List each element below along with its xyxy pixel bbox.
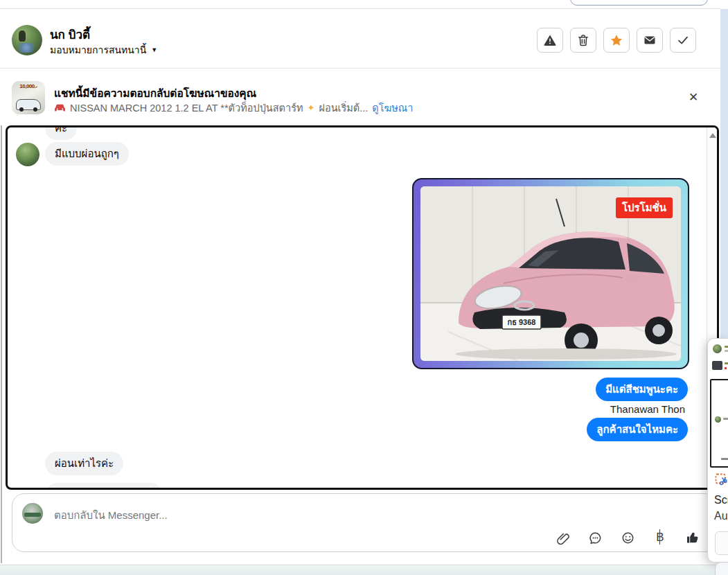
assign-conversation-label: มอบหมายการสนทนานี้ xyxy=(50,42,146,57)
payment-baht-icon[interactable]: B xyxy=(652,530,668,545)
sender-avatar[interactable] xyxy=(16,143,39,166)
outgoing-message: มีแต่สีชมพูนะคะ xyxy=(596,378,688,401)
chevron-down-icon: ▼ xyxy=(151,46,157,53)
reply-composer[interactable]: ตอบกลับใน Messenger... B xyxy=(12,493,716,552)
contact-name: นก บิวตี้ xyxy=(50,25,90,44)
preview-text-bar xyxy=(723,418,728,420)
license-plate: กธ 9368 xyxy=(508,318,536,326)
chat-message-area[interactable]: ค่ะ มีแบบผ่อนถูกๆ xyxy=(6,125,719,490)
preview-chat-box xyxy=(710,379,728,468)
check-icon xyxy=(676,33,690,47)
reply-input[interactable]: ตอบกลับใน Messenger... xyxy=(54,507,168,524)
envelope-icon xyxy=(643,33,657,47)
scroll-up-arrow-icon[interactable] xyxy=(709,133,716,138)
close-icon[interactable]: ✕ xyxy=(689,91,698,103)
trash-icon xyxy=(576,33,590,47)
header-divider xyxy=(0,68,720,69)
snip-popup-subtitle: Au xyxy=(714,510,728,522)
preview-text-bar xyxy=(725,362,728,364)
view-ad-link[interactable]: ดูโฆษณา xyxy=(372,100,413,116)
assign-conversation-dropdown[interactable]: มอบหมายการสนทนานี้ ▼ xyxy=(50,42,157,57)
preview-text-bar xyxy=(725,350,728,352)
clipped-bottom-message xyxy=(45,483,163,490)
snip-popup-title: Scr xyxy=(714,494,728,506)
thumbs-up-icon[interactable] xyxy=(685,530,700,545)
ad-text-suffix: ผ่อนเริ่มต้... xyxy=(319,100,368,116)
saved-replies-icon[interactable] xyxy=(587,530,603,545)
preview-mini-avatar xyxy=(715,416,721,423)
car-icon xyxy=(54,103,66,113)
ad-banner-detail: NISSAN MARCH 2012 1.2 EL AT **ตัวท็อปปุ่… xyxy=(54,100,413,116)
preview-dot xyxy=(725,367,727,369)
star-button[interactable] xyxy=(603,28,630,53)
baht-stroke xyxy=(659,529,660,545)
mark-unread-button[interactable] xyxy=(637,28,663,53)
preview-avatar xyxy=(713,344,722,353)
conversation-actions xyxy=(537,28,696,53)
sender-name-label: Thanawan Thon xyxy=(610,403,685,415)
composer-toolbar: B xyxy=(555,530,700,545)
promo-badge: โปรโมชั่น xyxy=(616,197,673,218)
top-divider xyxy=(0,8,720,9)
report-button[interactable] xyxy=(537,28,563,53)
snipping-tool-icon xyxy=(715,473,728,486)
delete-button[interactable] xyxy=(570,28,596,53)
star-icon xyxy=(610,33,623,47)
clipped-top-message: ค่ะ xyxy=(45,125,77,140)
contact-avatar[interactable] xyxy=(12,25,42,55)
preview-thumbnail xyxy=(712,361,722,370)
ad-thumbnail[interactable]: 10,000.- xyxy=(12,81,45,114)
incoming-message: ผ่อนเท่าไรค่ะ xyxy=(45,452,123,475)
preview-text-bar xyxy=(721,458,728,460)
page-avatar xyxy=(22,503,43,524)
ad-thumb-caption: 10,000.- xyxy=(12,83,45,89)
ad-image-card[interactable]: กธ 9368 โปรโมชั่น xyxy=(412,178,689,369)
outgoing-message: ลูกค้าสนใจไหมคะ xyxy=(587,418,688,441)
warning-icon xyxy=(543,33,557,47)
sparkles-icon: ✦ xyxy=(308,103,315,113)
stacked-notification-corner xyxy=(715,562,728,575)
car-photo: กธ 9368 โปรโมชั่น xyxy=(420,186,681,361)
mark-done-button[interactable] xyxy=(670,28,696,53)
top-partial-field[interactable] xyxy=(570,0,708,6)
snip-popup-button[interactable] xyxy=(715,531,728,555)
bottom-window-edge xyxy=(0,565,728,575)
ad-text: NISSAN MARCH 2012 1.2 EL AT **ตัวท็อปปุ่… xyxy=(70,100,303,116)
preview-text-bar xyxy=(725,346,728,348)
attachment-icon[interactable] xyxy=(555,530,570,545)
emoji-icon[interactable] xyxy=(620,530,635,545)
snip-notification-popup[interactable]: Scr Au xyxy=(707,338,728,563)
incoming-message: มีแบบผ่อนถูกๆ xyxy=(45,142,129,166)
ad-thumb-car xyxy=(16,99,41,110)
left-edge-divider xyxy=(1,125,2,563)
